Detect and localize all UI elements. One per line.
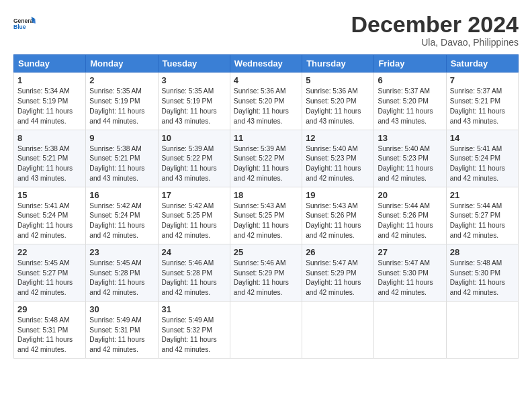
sunrise-label: Sunrise: 5:39 AM	[234, 145, 286, 152]
calendar-day-cell	[302, 301, 374, 358]
day-info: Sunrise: 5:39 AM Sunset: 5:22 PM Dayligh…	[162, 144, 226, 184]
day-info: Sunrise: 5:38 AM Sunset: 5:21 PM Dayligh…	[89, 144, 154, 184]
sunrise-label: Sunrise: 5:49 AM	[89, 316, 142, 324]
day-info: Sunrise: 5:45 AM Sunset: 5:28 PM Dayligh…	[89, 259, 154, 298]
calendar-week-row: 29 Sunrise: 5:48 AM Sunset: 5:31 PM Dayl…	[14, 301, 519, 358]
day-number: 23	[89, 247, 154, 257]
day-info: Sunrise: 5:38 AM Sunset: 5:21 PM Dayligh…	[17, 144, 82, 184]
day-number: 11	[234, 133, 298, 143]
day-number: 22	[17, 247, 82, 257]
calendar-day-cell: 15 Sunrise: 5:41 AM Sunset: 5:24 PM Dayl…	[14, 187, 86, 244]
day-info: Sunrise: 5:48 AM Sunset: 5:30 PM Dayligh…	[450, 259, 515, 298]
day-info: Sunrise: 5:36 AM Sunset: 5:20 PM Dayligh…	[234, 87, 298, 126]
header: General Blue December 2024 Ula, Davao, P…	[13, 12, 519, 48]
calendar-day-cell: 20 Sunrise: 5:44 AM Sunset: 5:26 PM Dayl…	[374, 187, 446, 244]
day-number: 15	[17, 190, 82, 200]
sunrise-label: Sunrise: 5:35 AM	[162, 87, 214, 95]
calendar-week-row: 15 Sunrise: 5:41 AM Sunset: 5:24 PM Dayl…	[14, 187, 519, 244]
sunrise-label: Sunrise: 5:48 AM	[450, 259, 502, 267]
calendar-day-cell: 2 Sunrise: 5:35 AM Sunset: 5:19 PM Dayli…	[86, 73, 158, 130]
sunset-label: Sunset: 5:24 PM	[450, 154, 500, 162]
sunset-label: Sunset: 5:30 PM	[378, 269, 428, 277]
sunrise-label: Sunrise: 5:41 AM	[17, 202, 70, 210]
day-number: 7	[450, 75, 515, 85]
day-number: 29	[17, 304, 82, 314]
sunset-label: Sunset: 5:21 PM	[17, 154, 68, 162]
day-info: Sunrise: 5:46 AM Sunset: 5:29 PM Dayligh…	[234, 259, 298, 298]
daylight-label: Daylight: 11 hours and 42 minutes.	[450, 165, 505, 182]
day-number: 26	[306, 247, 370, 257]
calendar-day-cell: 3 Sunrise: 5:35 AM Sunset: 5:19 PM Dayli…	[158, 73, 230, 130]
sunset-label: Sunset: 5:21 PM	[450, 97, 500, 105]
sunset-label: Sunset: 5:23 PM	[306, 154, 356, 162]
calendar-day-cell: 29 Sunrise: 5:48 AM Sunset: 5:31 PM Dayl…	[14, 301, 86, 358]
calendar-day-cell: 17 Sunrise: 5:42 AM Sunset: 5:25 PM Dayl…	[158, 187, 230, 244]
day-info: Sunrise: 5:45 AM Sunset: 5:27 PM Dayligh…	[17, 259, 82, 298]
daylight-label: Daylight: 11 hours and 42 minutes.	[17, 222, 73, 239]
calendar-day-cell: 13 Sunrise: 5:40 AM Sunset: 5:23 PM Dayl…	[374, 130, 446, 187]
daylight-label: Daylight: 11 hours and 43 minutes.	[162, 165, 217, 182]
calendar-day-cell: 11 Sunrise: 5:39 AM Sunset: 5:22 PM Dayl…	[230, 130, 302, 187]
day-number: 20	[378, 190, 442, 200]
sunset-label: Sunset: 5:22 PM	[234, 154, 284, 162]
sunset-label: Sunset: 5:29 PM	[234, 269, 284, 277]
day-info: Sunrise: 5:49 AM Sunset: 5:32 PM Dayligh…	[162, 316, 226, 355]
sunrise-label: Sunrise: 5:45 AM	[17, 259, 70, 267]
day-number: 5	[306, 75, 370, 85]
daylight-label: Daylight: 11 hours and 42 minutes.	[89, 222, 144, 239]
calendar-day-cell: 1 Sunrise: 5:34 AM Sunset: 5:19 PM Dayli…	[14, 73, 86, 130]
calendar-header-cell: Wednesday	[230, 55, 302, 73]
calendar-day-cell: 25 Sunrise: 5:46 AM Sunset: 5:29 PM Dayl…	[230, 244, 302, 301]
sunrise-label: Sunrise: 5:36 AM	[234, 87, 286, 95]
day-number: 12	[306, 133, 370, 143]
calendar-day-cell: 31 Sunrise: 5:49 AM Sunset: 5:32 PM Dayl…	[158, 301, 230, 358]
day-info: Sunrise: 5:44 AM Sunset: 5:26 PM Dayligh…	[378, 201, 442, 241]
day-number: 18	[234, 190, 298, 200]
calendar-day-cell: 21 Sunrise: 5:44 AM Sunset: 5:27 PM Dayl…	[446, 187, 518, 244]
logo: General Blue	[13, 12, 36, 35]
day-info: Sunrise: 5:43 AM Sunset: 5:26 PM Dayligh…	[306, 201, 370, 241]
sunrise-label: Sunrise: 5:42 AM	[162, 202, 214, 210]
month-title: December 2024	[351, 12, 519, 37]
day-number: 17	[162, 190, 226, 200]
sunrise-label: Sunrise: 5:46 AM	[162, 259, 214, 267]
sunrise-label: Sunrise: 5:48 AM	[17, 316, 70, 324]
sunset-label: Sunset: 5:31 PM	[89, 326, 140, 334]
daylight-label: Daylight: 11 hours and 42 minutes.	[17, 279, 73, 296]
calendar-day-cell	[230, 301, 302, 358]
sunrise-label: Sunrise: 5:41 AM	[450, 145, 502, 152]
day-number: 3	[162, 75, 226, 85]
day-number: 31	[162, 304, 226, 314]
daylight-label: Daylight: 11 hours and 42 minutes.	[17, 336, 73, 353]
day-number: 2	[89, 75, 154, 85]
calendar-week-row: 8 Sunrise: 5:38 AM Sunset: 5:21 PM Dayli…	[14, 130, 519, 187]
sunset-label: Sunset: 5:30 PM	[450, 269, 500, 277]
calendar-table: SundayMondayTuesdayWednesdayThursdayFrid…	[13, 54, 519, 359]
day-info: Sunrise: 5:40 AM Sunset: 5:23 PM Dayligh…	[306, 144, 370, 184]
calendar-day-cell: 19 Sunrise: 5:43 AM Sunset: 5:26 PM Dayl…	[302, 187, 374, 244]
day-info: Sunrise: 5:34 AM Sunset: 5:19 PM Dayligh…	[17, 87, 82, 126]
daylight-label: Daylight: 11 hours and 43 minutes.	[17, 165, 73, 182]
day-number: 21	[450, 190, 515, 200]
sunset-label: Sunset: 5:19 PM	[17, 97, 68, 105]
calendar-day-cell: 30 Sunrise: 5:49 AM Sunset: 5:31 PM Dayl…	[86, 301, 158, 358]
calendar-week-row: 1 Sunrise: 5:34 AM Sunset: 5:19 PM Dayli…	[14, 73, 519, 130]
day-info: Sunrise: 5:35 AM Sunset: 5:19 PM Dayligh…	[89, 87, 154, 126]
day-number: 24	[162, 247, 226, 257]
location: Ula, Davao, Philippines	[351, 37, 519, 48]
daylight-label: Daylight: 11 hours and 42 minutes.	[378, 279, 433, 296]
day-number: 25	[234, 247, 298, 257]
sunrise-label: Sunrise: 5:37 AM	[450, 87, 502, 95]
day-number: 30	[89, 304, 154, 314]
calendar-day-cell: 7 Sunrise: 5:37 AM Sunset: 5:21 PM Dayli…	[446, 73, 518, 130]
calendar-header-cell: Friday	[374, 55, 446, 73]
daylight-label: Daylight: 11 hours and 43 minutes.	[234, 107, 289, 125]
day-number: 10	[162, 133, 226, 143]
calendar-day-cell: 27 Sunrise: 5:47 AM Sunset: 5:30 PM Dayl…	[374, 244, 446, 301]
sunrise-label: Sunrise: 5:34 AM	[17, 87, 70, 95]
day-number: 16	[89, 190, 154, 200]
daylight-label: Daylight: 11 hours and 42 minutes.	[378, 222, 433, 239]
calendar-day-cell	[446, 301, 518, 358]
sunset-label: Sunset: 5:24 PM	[89, 212, 140, 219]
daylight-label: Daylight: 11 hours and 43 minutes.	[306, 107, 361, 125]
